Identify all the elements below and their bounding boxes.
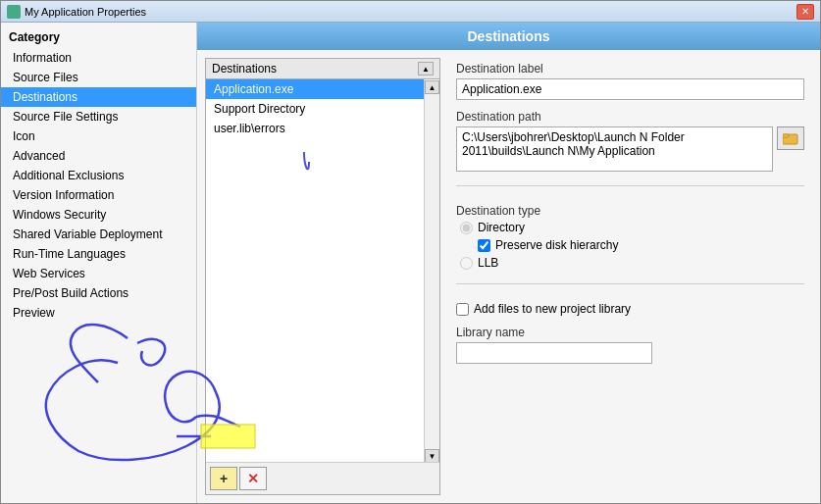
sidebar-item-pre-post-build-actions[interactable]: Pre/Post Build Actions [1,283,196,303]
content-area: Category Information Source Files Destin… [1,23,820,503]
add-files-label: Add files to new project library [474,302,631,316]
preserve-label: Preserve disk hierarchy [495,238,618,252]
sidebar-item-source-file-settings[interactable]: Source File Settings [1,107,196,126]
destination-label-group: Destination label [456,62,804,100]
right-body: Destinations ▲ Application.exe Support D… [197,50,820,503]
radio-directory-row: Directory [460,221,804,234]
sidebar-item-advanced[interactable]: Advanced [1,146,196,166]
list-toolbar: + ✕ [206,462,439,494]
sidebar-item-destinations[interactable]: Destinations [1,87,196,107]
remove-destination-button[interactable]: ✕ [239,467,267,490]
folder-icon [783,131,798,145]
sidebar-item-preview[interactable]: Preview [1,303,196,323]
sidebar-item-shared-variable-deployment[interactable]: Shared Variable Deployment [1,225,196,244]
sidebar-item-additional-exclusions[interactable]: Additional Exclusions [1,166,196,185]
destination-path-title: Destination path [456,110,804,124]
destinations-list-header: Destinations ▲ [206,59,439,79]
right-panel: Destinations Destinations ▲ Application.… [197,23,820,503]
left-panel: Category Information Source Files Destin… [1,23,197,503]
library-name-title: Library name [456,326,804,339]
window-title: My Application Properties [25,6,796,18]
browse-button[interactable] [777,126,804,150]
radio-llb-label: LLB [478,256,498,270]
sidebar-item-information[interactable]: Information [1,48,196,68]
title-bar: My Application Properties ✕ [1,1,820,23]
divider-2 [456,283,804,284]
scroll-up-arrow[interactable]: ▲ [418,62,434,76]
scroll-down-btn[interactable]: ▼ [425,449,439,463]
panel-header: Destinations [197,23,820,50]
sidebar-item-icon[interactable]: Icon [1,126,196,146]
app-icon [7,5,21,19]
preserve-checkbox[interactable] [478,239,490,252]
destination-label-title: Destination label [456,62,804,76]
destinations-list-container: Destinations ▲ Application.exe Support D… [205,58,440,495]
library-name-input[interactable] [456,342,652,364]
destination-path-input[interactable] [456,126,773,172]
sidebar-item-run-time-languages[interactable]: Run-Time Languages [1,244,196,264]
category-header: Category [1,26,196,48]
radio-directory-label: Directory [478,221,525,234]
library-name-group: Library name [456,326,804,364]
add-destination-button[interactable]: + [210,467,237,490]
dest-item-app-exe[interactable]: Application.exe [206,79,424,99]
destination-type-title: Destination type [456,204,804,218]
add-files-row: Add files to new project library [456,302,804,316]
sidebar-item-source-files[interactable]: Source Files [1,68,196,87]
destinations-list-scroll[interactable]: Application.exe Support Directory user.l… [206,79,439,462]
dest-item-user-lib-errors[interactable]: user.lib\errors [206,119,424,138]
main-window: My Application Properties ✕ Category Inf… [0,0,821,504]
scrollbar[interactable]: ▲ ▼ [424,80,439,463]
radio-directory[interactable] [460,222,473,234]
sidebar-item-windows-security[interactable]: Windows Security [1,205,196,225]
radio-llb-row: LLB [460,256,804,270]
form-panel: Destination label Destination path [448,58,812,495]
preserve-checkbox-row: Preserve disk hierarchy [460,238,804,252]
dest-item-support-dir[interactable]: Support Directory [206,99,424,119]
destination-path-group: Destination path [456,110,804,172]
add-files-checkbox[interactable] [456,303,469,316]
scroll-up-btn[interactable]: ▲ [425,80,439,94]
path-row [456,126,804,172]
svg-rect-1 [783,134,789,137]
destination-type-group: Destination type Directory Preserve disk… [456,200,804,270]
sidebar-item-version-information[interactable]: Version Information [1,185,196,205]
destinations-list-title: Destinations [212,62,277,76]
destination-label-input[interactable] [456,78,804,100]
close-button[interactable]: ✕ [796,4,814,20]
divider [456,185,804,186]
radio-llb[interactable] [460,257,473,270]
sidebar-item-web-services[interactable]: Web Services [1,264,196,283]
radio-group: Directory Preserve disk hierarchy LLB [456,221,804,270]
